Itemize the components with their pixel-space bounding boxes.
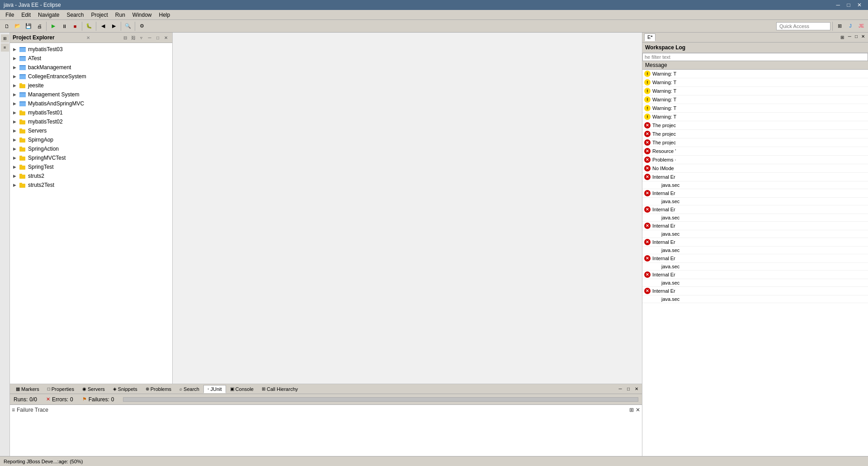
tree-item-SpringAction[interactable]: ▶SpringAction xyxy=(10,144,172,153)
bp-tab-snippets[interactable]: ◈Snippets xyxy=(109,385,142,393)
tb-java-perspective[interactable]: J xyxy=(845,21,855,31)
tree-arrow[interactable]: ▶ xyxy=(12,65,17,70)
menu-file[interactable]: File xyxy=(2,11,18,19)
bp-tab-servers[interactable]: ◉Servers xyxy=(78,385,109,393)
log-entry-5[interactable]: !Warning: T xyxy=(642,113,868,121)
tree-arrow[interactable]: ▶ xyxy=(12,119,17,124)
tree-item-Servers[interactable]: ▶Servers xyxy=(10,126,172,135)
menu-help[interactable]: Help xyxy=(156,11,174,19)
log-entry-27[interactable]: java.sec xyxy=(642,295,868,303)
pe-minimize[interactable]: ─ xyxy=(146,34,153,41)
tb-preferences[interactable]: ⚙ xyxy=(137,21,147,31)
log-entry-18[interactable]: ✕Internal Er xyxy=(642,222,868,230)
log-entry-17[interactable]: java.sec xyxy=(642,214,868,222)
tree-arrow[interactable]: ▶ xyxy=(12,74,17,79)
quick-access-input[interactable] xyxy=(776,22,830,30)
menu-project[interactable]: Project xyxy=(87,11,111,19)
tree-arrow[interactable]: ▶ xyxy=(12,164,17,170)
log-entry-6[interactable]: ✕The projec xyxy=(642,121,868,130)
tb-open[interactable]: 📂 xyxy=(13,21,23,31)
tb-run[interactable]: ▶ xyxy=(48,21,58,31)
rp-action-btn[interactable]: ⊞ xyxy=(839,34,846,41)
log-entry-20[interactable]: ✕Internal Er xyxy=(642,238,868,247)
tree-item-SpringTest[interactable]: ▶SpringTest xyxy=(10,162,172,171)
tree-arrow[interactable]: ▶ xyxy=(12,47,17,52)
tree-item-mybatisTest03[interactable]: ▶mybatisTest03 xyxy=(10,45,172,54)
menu-run[interactable]: Run xyxy=(112,11,129,19)
log-entry-23[interactable]: java.sec xyxy=(642,263,868,271)
log-entry-1[interactable]: !Warning: T xyxy=(642,78,868,87)
tree-item-mybatisTest02[interactable]: ▶mybatisTest02 xyxy=(10,117,172,126)
tb-save[interactable]: 💾 xyxy=(24,21,33,31)
pe-collapse-all[interactable]: ⊟ xyxy=(122,34,129,41)
bp-maximize[interactable]: □ xyxy=(625,385,632,393)
tb-new[interactable]: 🗋 xyxy=(2,21,12,31)
close-button[interactable]: ✕ xyxy=(854,2,864,8)
log-entry-0[interactable]: !Warning: T xyxy=(642,70,868,78)
ft-expand[interactable]: ⊞ xyxy=(629,407,634,413)
log-entry-4[interactable]: !Warning: T xyxy=(642,104,868,113)
log-entry-15[interactable]: java.sec xyxy=(642,198,868,205)
tree-item-SpirngAop[interactable]: ▶SpirngAop xyxy=(10,135,172,144)
pe-menu[interactable]: ▿ xyxy=(138,34,145,41)
bp-tab-search[interactable]: ⌕Search xyxy=(175,385,203,393)
bp-tab-markers[interactable]: ▦Markers xyxy=(12,385,43,393)
log-entry-26[interactable]: ✕Internal Er xyxy=(642,287,868,295)
tree-arrow[interactable]: ▶ xyxy=(12,173,17,179)
tree-item-mybatisTest01[interactable]: ▶mybatisTest01 xyxy=(10,108,172,117)
log-entry-14[interactable]: ✕Internal Er xyxy=(642,189,868,198)
bp-tab-junit[interactable]: ◦JUnit xyxy=(203,385,226,393)
tree-item-MybatisAndSpringMVC[interactable]: ▶MybatisAndSpringMVC xyxy=(10,99,172,108)
bp-close[interactable]: ✕ xyxy=(633,385,640,393)
log-entry-24[interactable]: ✕Internal Er xyxy=(642,271,868,279)
pe-link[interactable]: ⛓ xyxy=(130,34,137,41)
rp-close[interactable]: ✕ xyxy=(860,34,866,41)
tree-arrow[interactable]: ▶ xyxy=(12,110,17,115)
tb-debug[interactable]: 🐛 xyxy=(84,21,94,31)
tree-item-struts2Test[interactable]: ▶struts2Test xyxy=(10,181,172,190)
tree-item-ATest[interactable]: ▶ATest xyxy=(10,54,172,63)
tb-javaee-perspective[interactable]: JE xyxy=(856,21,866,31)
log-entry-3[interactable]: !Warning: T xyxy=(642,95,868,104)
menu-search[interactable]: Search xyxy=(63,11,87,19)
log-entry-12[interactable]: ✕Internal Er xyxy=(642,173,868,181)
menu-edit[interactable]: Edit xyxy=(18,11,34,19)
log-entry-22[interactable]: ✕Internal Er xyxy=(642,254,868,263)
bp-tab-call-hierarchy[interactable]: ⊞Call Hierarchy xyxy=(258,385,302,393)
tb-perspective[interactable]: ⊞ xyxy=(835,21,844,31)
ft-close[interactable]: ✕ xyxy=(636,407,640,413)
left-icon-1[interactable]: ⊞ xyxy=(1,34,9,43)
pe-maximize[interactable]: □ xyxy=(154,34,161,41)
log-entry-13[interactable]: java.sec xyxy=(642,181,868,189)
minimize-button[interactable]: ─ xyxy=(834,2,843,8)
log-entry-10[interactable]: ✕Problems · xyxy=(642,156,868,164)
left-icon-2[interactable]: ≡ xyxy=(1,43,9,52)
tree-arrow[interactable]: ▶ xyxy=(12,83,17,88)
menu-window[interactable]: Window xyxy=(129,11,156,19)
menu-navigate[interactable]: Navigate xyxy=(34,11,63,19)
log-entry-21[interactable]: java.sec xyxy=(642,247,868,254)
log-entry-8[interactable]: ✕The projec xyxy=(642,138,868,147)
pe-close[interactable]: ✕ xyxy=(162,34,170,41)
rp-maximize[interactable]: □ xyxy=(854,34,859,41)
log-entry-2[interactable]: !Warning: T xyxy=(642,87,868,95)
log-entry-7[interactable]: ✕The projec xyxy=(642,130,868,138)
log-entry-25[interactable]: java.sec xyxy=(642,279,868,287)
tree-arrow[interactable]: ▶ xyxy=(12,182,17,188)
log-entry-9[interactable]: ✕Resource ' xyxy=(642,147,868,156)
bp-minimize[interactable]: ─ xyxy=(617,385,624,393)
tree-item-jeesite[interactable]: ▶jeesite xyxy=(10,81,172,90)
rp-minimize[interactable]: ─ xyxy=(847,34,853,41)
tree-arrow[interactable]: ▶ xyxy=(12,56,17,61)
tree-arrow[interactable]: ▶ xyxy=(12,92,17,97)
tb-back[interactable]: ◀ xyxy=(98,21,108,31)
tb-stop[interactable]: ■ xyxy=(70,21,80,31)
tb-search[interactable]: 🔍 xyxy=(123,21,133,31)
tree-item-struts2[interactable]: ▶struts2 xyxy=(10,171,172,181)
tree-item-CollegeEntranceSystem[interactable]: ▶CollegeEntranceSystem xyxy=(10,72,172,81)
rp-tab-error-log[interactable]: E⁴ xyxy=(644,33,656,41)
log-entry-16[interactable]: ✕Internal Er xyxy=(642,205,868,214)
tree-arrow[interactable]: ▶ xyxy=(12,101,17,106)
filter-input[interactable] xyxy=(642,53,868,61)
tree-item-backManagement[interactable]: ▶backManagement xyxy=(10,63,172,72)
